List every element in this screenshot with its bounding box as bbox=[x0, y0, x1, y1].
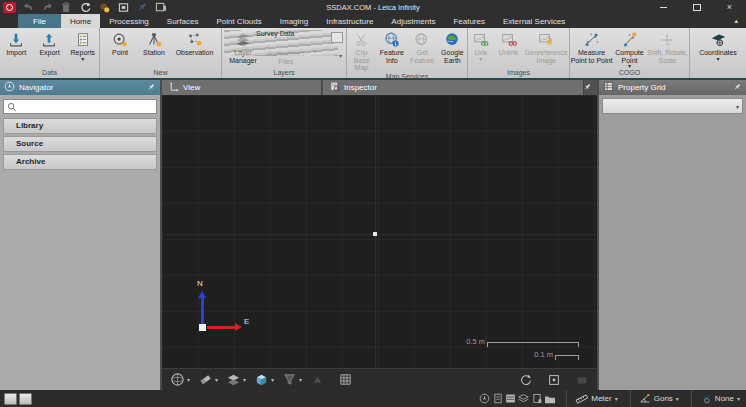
archive-box-icon[interactable] bbox=[117, 2, 129, 13]
north-axis-label: N bbox=[197, 279, 203, 288]
distance-unit-selector[interactable]: Meter ▾ bbox=[566, 390, 619, 407]
navigator-toggle-compass-icon[interactable] bbox=[478, 392, 491, 405]
distance-unit-label: Meter bbox=[591, 394, 611, 403]
station-tripod-icon bbox=[145, 30, 163, 49]
link-button[interactable]: Link ▾ bbox=[468, 30, 494, 61]
refresh-sync-icon[interactable] bbox=[79, 2, 91, 13]
folder-icon[interactable] bbox=[543, 392, 556, 405]
compute-point-button[interactable]: Compute Point ▾ bbox=[614, 30, 645, 68]
layers-mini-caret-icon[interactable]: ▾ bbox=[339, 52, 342, 59]
tab-processing[interactable]: Processing bbox=[100, 14, 158, 28]
tab-adjustments[interactable]: Adjustments bbox=[382, 14, 444, 28]
redo-icon[interactable] bbox=[41, 2, 53, 13]
tab-point-clouds[interactable]: Point Clouds bbox=[207, 14, 270, 28]
undo-icon[interactable] bbox=[22, 2, 34, 13]
select-tool-icon[interactable] bbox=[196, 371, 214, 389]
compute-point-icon bbox=[621, 30, 639, 49]
layers-visibility-caret-icon[interactable]: ▾ bbox=[243, 376, 246, 383]
minimize-icon[interactable] bbox=[660, 7, 667, 8]
view-mode-cube-icon[interactable] bbox=[252, 371, 270, 389]
navigator-item-library[interactable]: Library bbox=[3, 118, 157, 134]
crs-selector[interactable]: None ▾ bbox=[691, 390, 742, 407]
tab-imaging[interactable]: Imaging bbox=[271, 14, 317, 28]
stamp-seal-icon[interactable] bbox=[98, 2, 110, 13]
reports-button[interactable]: Reports ▾ bbox=[67, 30, 99, 61]
inspector-icon bbox=[329, 81, 340, 94]
tab-features[interactable]: Features bbox=[444, 14, 494, 28]
leica-app-icon[interactable] bbox=[3, 2, 16, 13]
reset-rotation-icon[interactable] bbox=[517, 371, 535, 389]
property-grid-selector[interactable]: ▾ bbox=[602, 98, 743, 114]
point-icon bbox=[111, 30, 129, 49]
group-label-data: Data bbox=[0, 68, 99, 78]
station-button[interactable]: Station bbox=[138, 30, 171, 57]
pushpin-icon[interactable] bbox=[136, 2, 148, 13]
layers-mini-combo[interactable] bbox=[331, 32, 343, 43]
restore-icon[interactable] bbox=[693, 4, 701, 11]
unlink-button[interactable]: Unlink bbox=[495, 30, 523, 57]
inspector-toggle-document-icon[interactable] bbox=[491, 392, 504, 405]
tab-surfaces[interactable]: Surfaces bbox=[158, 14, 208, 28]
property-grid-panel: Property Grid ▾ bbox=[599, 80, 746, 390]
google-earth-button[interactable]: Google Earth bbox=[438, 30, 467, 64]
view-mode-caret-icon[interactable]: ▾ bbox=[271, 376, 274, 383]
tab-infrastructure[interactable]: Infrastructure bbox=[317, 14, 382, 28]
clip-base-map-button[interactable]: Clip Base Map bbox=[347, 30, 376, 72]
angle-icon bbox=[639, 390, 651, 407]
coordinates-button[interactable]: Coordinates ▾ bbox=[695, 30, 741, 61]
save-layout-icon[interactable] bbox=[155, 2, 167, 13]
get-feature-button[interactable]: Get Feature bbox=[408, 30, 437, 64]
feature-info-button[interactable]: Feature Info bbox=[377, 30, 406, 64]
scalebar-major bbox=[487, 342, 579, 347]
view-pin-icon[interactable] bbox=[583, 80, 592, 95]
navigator-item-source[interactable]: Source bbox=[3, 136, 157, 152]
export-button[interactable]: Export bbox=[33, 30, 65, 57]
tab-file[interactable]: File bbox=[18, 14, 61, 28]
navigator-item-archive[interactable]: Archive bbox=[3, 154, 157, 170]
unlink-image-icon bbox=[500, 30, 518, 49]
tab-inspector[interactable]: Inspector bbox=[323, 80, 584, 95]
view-orientation-globe-icon[interactable] bbox=[168, 371, 186, 389]
georeference-image-button[interactable]: Georeference Image bbox=[523, 30, 569, 64]
tab-external-services[interactable]: External Services bbox=[494, 14, 574, 28]
map-canvas[interactable]: N E 0.5 m 0.1 m bbox=[162, 95, 597, 368]
measure-point-to-point-button[interactable]: Measure Point to Point bbox=[570, 30, 613, 64]
notes-clipboard-icon[interactable] bbox=[530, 392, 543, 405]
referenced-files-button[interactable]: Referenced Files bbox=[263, 50, 309, 65]
filter-caret-icon[interactable]: ▾ bbox=[299, 376, 302, 383]
layers-visibility-icon[interactable] bbox=[224, 371, 242, 389]
zoom-tool-icon[interactable] bbox=[19, 393, 32, 405]
import-button[interactable]: Import bbox=[0, 30, 32, 57]
layers-stack-icon[interactable] bbox=[517, 392, 530, 405]
delete-trash-icon[interactable] bbox=[60, 2, 72, 13]
tab-home[interactable]: Home bbox=[61, 14, 100, 28]
reports-dropdown-caret-icon[interactable]: ▾ bbox=[81, 57, 84, 61]
ribbon-collapse-icon[interactable]: ▴ bbox=[734, 14, 738, 28]
angle-unit-caret-icon: ▾ bbox=[676, 395, 679, 402]
reports-icon bbox=[74, 30, 92, 49]
feature-info-globe-icon bbox=[383, 30, 401, 49]
observation-button[interactable]: Observation bbox=[172, 30, 218, 57]
close-icon[interactable]: × bbox=[727, 2, 732, 12]
list-view-icon[interactable] bbox=[504, 392, 517, 405]
shift-rotate-scale-button[interactable]: Shift, Rotate, Scale bbox=[646, 30, 689, 64]
angle-unit-selector[interactable]: Gons ▾ bbox=[630, 390, 681, 407]
layer-manager-button[interactable]: Layer Manager bbox=[224, 30, 262, 64]
view-axis-icon bbox=[168, 81, 179, 94]
referenced-files-caret[interactable]: ▾ bbox=[310, 50, 320, 54]
navigator-search-input[interactable] bbox=[17, 101, 153, 112]
tab-view[interactable]: View bbox=[162, 80, 322, 95]
survey-point[interactable] bbox=[373, 232, 377, 236]
point-button[interactable]: Point bbox=[104, 30, 137, 57]
grid-toggle-icon[interactable] bbox=[336, 371, 354, 389]
select-tool-caret-icon[interactable]: ▾ bbox=[215, 376, 218, 383]
google-earth-icon bbox=[443, 30, 461, 49]
pan-tool-icon[interactable] bbox=[4, 393, 17, 405]
zoom-fit-icon[interactable] bbox=[545, 371, 563, 389]
property-grid-pin-icon[interactable] bbox=[733, 83, 742, 92]
filter-icon[interactable] bbox=[280, 371, 298, 389]
view-orientation-caret-icon[interactable]: ▾ bbox=[187, 376, 190, 383]
view-header: View Inspector bbox=[162, 80, 597, 95]
scalebar-minor-label: 0.1 m bbox=[534, 350, 553, 359]
navigator-pin-icon[interactable] bbox=[147, 83, 156, 92]
